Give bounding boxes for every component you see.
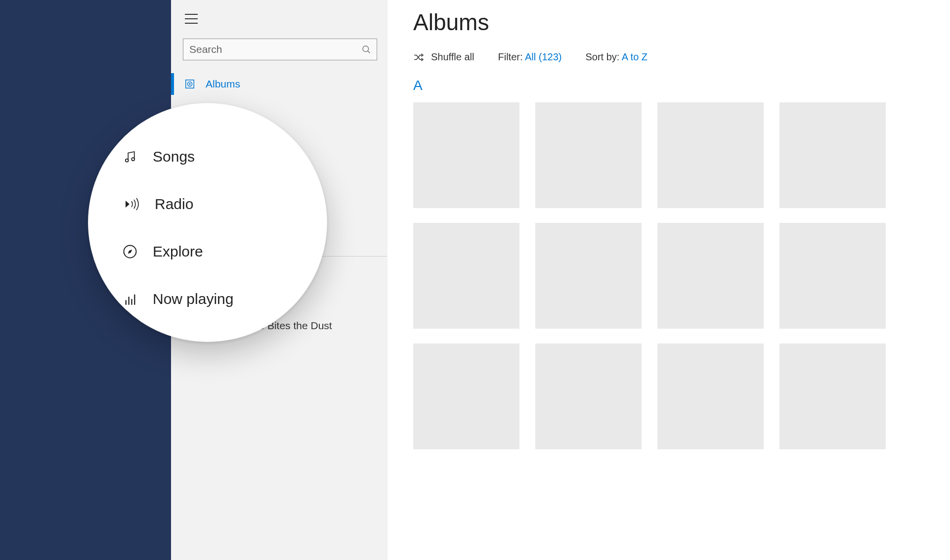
nav-item-label: Explore bbox=[153, 243, 203, 260]
radio-icon bbox=[122, 197, 142, 211]
album-tile[interactable] bbox=[657, 223, 764, 329]
search-input[interactable] bbox=[183, 39, 377, 60]
sort-label: Sort by: bbox=[585, 51, 621, 62]
sort-control[interactable]: Sort by: A to Z bbox=[585, 51, 648, 63]
sort-value: A to Z bbox=[622, 51, 648, 62]
music-note-icon bbox=[120, 149, 140, 164]
equalizer-icon bbox=[120, 292, 140, 306]
album-tile[interactable] bbox=[535, 344, 642, 449]
zoom-lens: Songs Radio Explore bbox=[88, 103, 327, 342]
filter-control[interactable]: Filter: All (123) bbox=[498, 51, 561, 63]
page-title: Albums bbox=[413, 9, 950, 36]
album-tile[interactable] bbox=[413, 223, 519, 329]
album-tile[interactable] bbox=[779, 344, 886, 449]
nav-item-radio[interactable]: Radio bbox=[120, 180, 307, 228]
svg-point-0 bbox=[363, 46, 369, 52]
album-tile[interactable] bbox=[779, 102, 886, 208]
nav-item-label: Radio bbox=[155, 196, 193, 213]
shuffle-all-button[interactable]: Shuffle all bbox=[413, 51, 474, 63]
nav-item-explore[interactable]: Explore bbox=[120, 228, 307, 275]
nav-item-label: Albums bbox=[206, 78, 240, 90]
section-letter[interactable]: A bbox=[413, 78, 950, 93]
shuffle-icon bbox=[413, 53, 424, 62]
search-field-wrap bbox=[183, 39, 377, 60]
svg-point-4 bbox=[189, 84, 190, 85]
compass-icon bbox=[120, 244, 140, 259]
main-content: Albums Shuffle all Filter: All (123) Sor… bbox=[388, 0, 950, 560]
nav-item-now-playing[interactable]: Now playing bbox=[120, 275, 307, 323]
svg-line-1 bbox=[368, 51, 370, 53]
toolbar: Shuffle all Filter: All (123) Sort by: A… bbox=[413, 51, 950, 63]
album-tile[interactable] bbox=[657, 102, 764, 208]
album-tile[interactable] bbox=[535, 102, 642, 208]
album-tile[interactable] bbox=[413, 102, 519, 208]
album-icon bbox=[184, 79, 196, 89]
album-grid bbox=[413, 102, 950, 449]
shuffle-label: Shuffle all bbox=[431, 51, 474, 63]
album-tile[interactable] bbox=[657, 344, 764, 449]
album-tile[interactable] bbox=[779, 223, 886, 329]
nav-item-songs[interactable]: Songs bbox=[120, 133, 307, 180]
album-tile[interactable] bbox=[413, 344, 519, 449]
nav-item-albums[interactable]: Albums bbox=[171, 70, 387, 98]
filter-label: Filter: bbox=[498, 51, 524, 62]
nav-item-label: Now playing bbox=[153, 291, 233, 307]
nav-item-label: Songs bbox=[153, 148, 195, 165]
search-icon bbox=[361, 44, 371, 54]
album-tile[interactable] bbox=[535, 223, 642, 329]
hamburger-menu-button[interactable] bbox=[185, 14, 198, 24]
filter-value: All (123) bbox=[525, 51, 561, 62]
